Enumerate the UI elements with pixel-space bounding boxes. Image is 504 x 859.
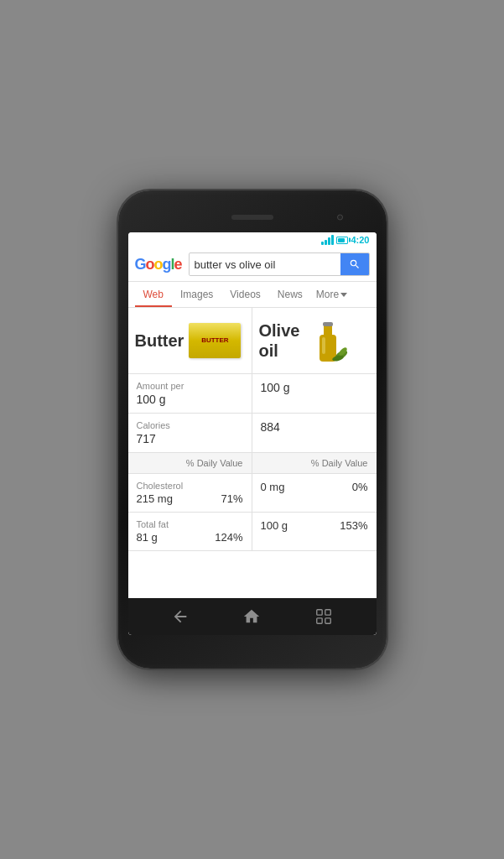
tab-web[interactable]: Web (135, 282, 172, 307)
food1-fat-cell: Total fat 81 g 124% (128, 513, 252, 550)
tab-news[interactable]: News (269, 282, 311, 307)
logo-o2: o (154, 256, 163, 273)
phone-chin (128, 635, 377, 653)
signal-bar-2 (325, 240, 327, 245)
daily-value-header-row: % Daily Value % Daily Value (128, 453, 377, 474)
food1-fat-amount: 81 g (137, 531, 158, 544)
svg-rect-2 (323, 322, 333, 326)
signal-bar-3 (328, 237, 330, 245)
food1-calories-value: 717 (137, 432, 243, 445)
google-search-bar: Google (128, 247, 377, 282)
status-bar: 4:20 (128, 232, 377, 247)
food2-cholesterol-pct: 0% (352, 481, 368, 493)
back-icon (171, 607, 190, 626)
phone-device: 4:20 Google Web Images (118, 190, 387, 669)
food1-amount-value: 100 g (137, 393, 243, 406)
home-button[interactable] (242, 607, 261, 626)
food2-name-block: Olive oil (259, 320, 300, 361)
food1-daily-value-label: % Daily Value (128, 453, 252, 473)
phone-speaker (231, 215, 273, 220)
svg-rect-8 (325, 610, 330, 615)
food2-amount-cell: 100 g (252, 374, 377, 413)
food2-name: Olive (259, 320, 300, 341)
amount-label: Amount per (137, 381, 243, 391)
food1-fat-values: 81 g 124% (137, 531, 243, 544)
food2-name2: oil (259, 341, 300, 361)
calories-label: Calories (137, 420, 243, 430)
tab-images[interactable]: Images (172, 282, 221, 307)
logo-o1: o (146, 256, 154, 273)
logo-g: G (135, 256, 146, 273)
olive-oil-image (304, 316, 351, 365)
food2-calories-value: 884 (261, 420, 368, 434)
svg-rect-1 (324, 325, 332, 336)
food1-cholesterol-values: 215 mg 71% (137, 492, 243, 505)
calories-row: Calories 717 884 (128, 414, 377, 453)
svg-rect-3 (322, 337, 325, 354)
amount-row: Amount per 100 g 100 g (128, 374, 377, 414)
signal-bar-4 (331, 235, 334, 245)
cholesterol-row: Cholesterol 215 mg 71% 0 mg 0% (128, 474, 377, 513)
food1-cholesterol-cell: Cholesterol 215 mg 71% (128, 474, 252, 512)
food2-fat-cell: 100 g 153% (252, 513, 377, 550)
home-icon (242, 607, 261, 626)
nav-tabs: Web Images Videos News More (128, 282, 377, 308)
food2-fat-amount: 100 g (261, 519, 288, 532)
logo-g2: g (163, 256, 171, 273)
food1-name: Butter (135, 331, 184, 351)
butter-label: BUTTER (201, 336, 228, 345)
phone-screen: 4:20 Google Web Images (128, 232, 377, 635)
food1-cholesterol-pct: 71% (221, 492, 242, 505)
food-header-row: Butter BUTTER Olive oil (128, 308, 377, 374)
food2-amount-value: 100 g (261, 381, 368, 394)
total-fat-label: Total fat (137, 519, 243, 529)
search-button[interactable] (340, 253, 369, 275)
cholesterol-label: Cholesterol (137, 481, 243, 491)
comparison-content: Butter BUTTER Olive oil (128, 308, 377, 598)
status-time: 4:20 (351, 235, 369, 245)
food2-fat-values: 100 g 153% (261, 519, 368, 532)
recents-button[interactable] (314, 607, 333, 626)
tab-videos[interactable]: Videos (221, 282, 268, 307)
search-icon (349, 258, 361, 270)
svg-rect-10 (325, 618, 330, 623)
food1-cholesterol-amount: 215 mg (137, 492, 173, 505)
food2-header: Olive oil (252, 308, 377, 373)
food2-calories-cell: 884 (252, 414, 377, 452)
food1-calories-cell: Calories 717 (128, 414, 252, 452)
google-logo: Google (135, 256, 182, 273)
logo-e: e (174, 256, 182, 273)
food2-cholesterol-cell: 0 mg 0% (252, 474, 377, 512)
battery-fill (338, 238, 345, 242)
phone-camera (337, 215, 343, 221)
food1-fat-pct: 124% (215, 531, 242, 544)
search-input-wrapper[interactable] (189, 252, 370, 276)
back-button[interactable] (171, 607, 190, 626)
chevron-down-icon (340, 293, 347, 297)
food2-cholesterol-values: 0 mg 0% (261, 481, 368, 493)
search-input[interactable] (190, 254, 340, 275)
food1-header: Butter BUTTER (128, 308, 252, 373)
bottom-nav-bar (128, 598, 377, 635)
svg-rect-9 (317, 618, 322, 623)
recents-icon (314, 607, 333, 626)
tab-more[interactable]: More (311, 282, 352, 307)
butter-image: BUTTER (189, 323, 241, 358)
food1-amount-cell: Amount per 100 g (128, 374, 252, 413)
phone-top (128, 206, 377, 229)
svg-rect-7 (317, 610, 322, 615)
food2-cholesterol-amount: 0 mg (261, 481, 285, 493)
battery-icon (336, 237, 348, 244)
total-fat-row: Total fat 81 g 124% 100 g 153% (128, 513, 377, 551)
signal-bars (321, 235, 334, 245)
status-icons: 4:20 (321, 235, 369, 245)
food2-daily-value-label: % Daily Value (252, 453, 377, 473)
food2-fat-pct: 153% (340, 519, 367, 532)
signal-bar-1 (321, 242, 324, 245)
